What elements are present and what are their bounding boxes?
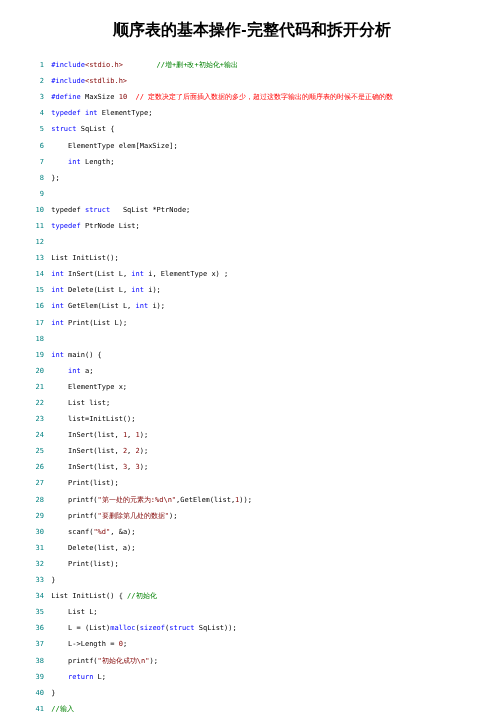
code-listing: 1 #include<stdio.h> //增+删+改+初始化+输出 2 #in…	[30, 53, 474, 713]
page-title: 顺序表的基本操作-完整代码和拆开分析	[30, 20, 474, 41]
